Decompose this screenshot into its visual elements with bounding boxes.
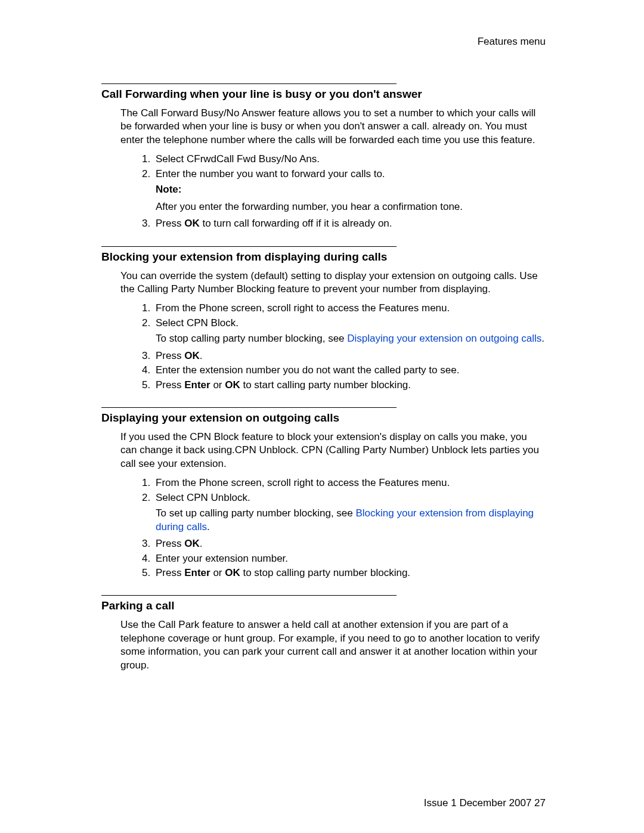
step-text: Enter the number you want to forward you… [156, 168, 385, 179]
step-text: Press [156, 379, 184, 391]
step-text: From the Phone screen, scroll right to a… [156, 477, 450, 488]
step-text: Press [156, 538, 184, 549]
note-label: Note: [156, 184, 181, 195]
step-sub-text: . [207, 521, 210, 532]
list-item: Select CPN Block. To stop calling party … [153, 317, 546, 346]
list-item: Press Enter or OK to start calling party… [153, 379, 546, 392]
step-sub-text: To stop calling party number blocking, s… [156, 333, 347, 344]
step-text: Press [156, 218, 184, 229]
step-sub-text: . [541, 333, 544, 344]
step-text: or [210, 567, 225, 578]
bold-enter: Enter [184, 379, 210, 391]
step-text: or [210, 379, 225, 391]
footer-page-number: 27 [534, 797, 546, 809]
list-item: Press OK to turn call forwarding off if … [153, 217, 546, 230]
step-text: Press [156, 350, 184, 361]
section-divider [101, 246, 397, 247]
section-title-blocking: Blocking your extension from displaying … [101, 250, 546, 264]
list-item: Press OK. [153, 349, 546, 363]
step-text: Select CPN Block. [156, 317, 239, 329]
section-title-parking: Parking a call [101, 599, 546, 612]
list-item: Select CPN Unblock. To set up calling pa… [153, 491, 546, 534]
list-item: Select CFrwdCall Fwd Busy/No Ans. [153, 153, 546, 166]
step-text: Enter the extension number you do not wa… [156, 364, 459, 376]
list-item: From the Phone screen, scroll right to a… [153, 476, 546, 490]
bold-ok: OK [184, 538, 200, 549]
section-divider [101, 595, 397, 596]
section1-paragraph: The Call Forward Busy/No Answer feature … [120, 107, 546, 147]
bold-ok: OK [184, 218, 200, 229]
page-footer: Issue 1 December 2007 27 [424, 797, 546, 809]
step-text: . [200, 538, 203, 549]
step-text: Enter your extension number. [156, 553, 288, 564]
section2-paragraph: You can override the system (default) se… [120, 270, 546, 296]
page-header-title: Features menu [101, 36, 546, 48]
step-text: to turn call forwarding off if it is alr… [200, 218, 392, 229]
step-text: From the Phone screen, scroll right to a… [156, 302, 450, 314]
section3-paragraph: If you used the CPN Block feature to blo… [120, 431, 546, 470]
section-title-displaying: Displaying your extension on outgoing ca… [101, 411, 546, 425]
step-sub-text: To set up calling party number blocking,… [156, 507, 355, 519]
step-text: Select CPN Unblock. [156, 492, 250, 503]
section-divider [101, 83, 397, 84]
list-item: Enter your extension number. [153, 552, 546, 565]
bold-ok: OK [225, 379, 240, 391]
footer-issue: Issue 1 December 2007 [424, 797, 532, 809]
section-title-call-forwarding: Call Forwarding when your line is busy o… [101, 88, 546, 101]
link-displaying-extension[interactable]: Displaying your extension on outgoing ca… [347, 333, 541, 344]
list-item: Press OK. [153, 537, 546, 550]
bold-ok: OK [184, 350, 200, 361]
list-item: Press Enter or OK to stop calling party … [153, 566, 546, 580]
step-text: to start calling party number blocking. [240, 379, 411, 391]
step-text: . [200, 350, 203, 361]
bold-ok: OK [225, 567, 240, 578]
list-item: Enter the number you want to forward you… [153, 168, 546, 213]
bold-enter: Enter [184, 567, 210, 578]
list-item: From the Phone screen, scroll right to a… [153, 302, 546, 315]
list-item: Enter the extension number you do not wa… [153, 364, 546, 377]
step-text: to stop calling party number blocking. [240, 567, 410, 578]
note-body: After you enter the forwarding number, y… [156, 200, 546, 213]
section-divider [101, 407, 397, 408]
section4-paragraph: Use the Call Park feature to answer a he… [120, 618, 546, 672]
step-text: Press [156, 567, 184, 578]
step-text: Select CFrwdCall Fwd Busy/No Ans. [156, 153, 320, 165]
